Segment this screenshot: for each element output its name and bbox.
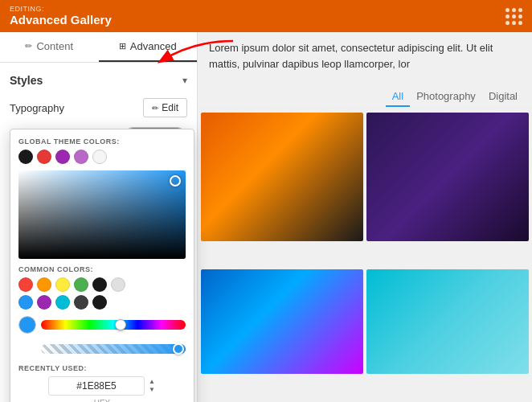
- common-colors-label: COMMON COLORS:: [18, 265, 186, 273]
- swatch-yellow[interactable]: [55, 277, 70, 292]
- color-preview-circle: [18, 316, 36, 334]
- swatch-purple[interactable]: [55, 150, 70, 164]
- app-title: Advanced Gallery: [10, 13, 112, 27]
- app-header: EDITING: Advanced Gallery: [0, 0, 532, 32]
- pencil-icon: ✏: [152, 104, 158, 113]
- tab-advanced[interactable]: ⊞ Advanced: [99, 32, 198, 62]
- hue-slider[interactable]: [41, 320, 186, 330]
- color-gradient-picker[interactable]: [18, 170, 186, 259]
- color-picker-popup: GLOBAL THEME COLORS: COMMON COLORS:: [10, 129, 194, 402]
- opacity-slider[interactable]: [41, 344, 186, 354]
- lorem-text: Lorem ipsum dolor sit amet, consectetur …: [198, 32, 532, 80]
- hex-input-row: ▲ ▼: [18, 376, 186, 396]
- swatch-green[interactable]: [74, 277, 88, 292]
- gallery-item-4[interactable]: [366, 269, 529, 374]
- opacity-slider-row: [18, 340, 186, 358]
- hue-thumb[interactable]: [115, 319, 126, 330]
- swatch-light-purple[interactable]: [74, 150, 88, 164]
- swatch-blue[interactable]: [18, 295, 33, 310]
- swatch-darkgrey[interactable]: [74, 295, 88, 310]
- styles-title: Styles: [10, 74, 43, 87]
- hex-stepper[interactable]: ▲ ▼: [148, 378, 156, 394]
- gallery-item-3[interactable]: [201, 269, 363, 374]
- hex-down-arrow[interactable]: ▼: [148, 386, 156, 394]
- chevron-down-icon[interactable]: ▾: [182, 75, 187, 86]
- styles-section-header: Styles ▾: [10, 74, 187, 87]
- gallery-item-1[interactable]: [201, 113, 363, 241]
- main-layout: ✏ Content ⊞ Advanced Styles ▾ Typography: [0, 32, 532, 402]
- opacity-thumb[interactable]: [173, 343, 184, 355]
- advanced-tab-icon: ⊞: [119, 41, 126, 51]
- swatch-teal[interactable]: [55, 295, 70, 310]
- grid-dots-icon[interactable]: [505, 8, 522, 25]
- global-theme-swatches: [18, 150, 186, 164]
- gallery-grid: [198, 109, 532, 402]
- hex-label: HEX: [18, 399, 186, 402]
- swatch-grey[interactable]: [111, 277, 125, 292]
- swatch-orange[interactable]: [37, 277, 51, 292]
- tab-content[interactable]: ✏ Content: [0, 32, 99, 62]
- gradient-thumb[interactable]: [170, 175, 181, 187]
- global-theme-colors-label: GLOBAL THEME COLORS:: [18, 137, 186, 146]
- main-content: Lorem ipsum dolor sit amet, consectetur …: [198, 32, 532, 402]
- swatch-black[interactable]: [18, 150, 33, 164]
- common-swatches: [18, 277, 186, 292]
- gallery-filter-tabs: All Photography Digital: [198, 80, 532, 109]
- gallery-tab-digital[interactable]: Digital: [482, 87, 524, 107]
- editing-label: EDITING:: [10, 5, 112, 13]
- swatch-red[interactable]: [37, 150, 51, 164]
- swatch-black2[interactable]: [92, 277, 107, 292]
- gallery-tab-photography[interactable]: Photography: [410, 87, 482, 107]
- typography-label: Typography: [10, 102, 64, 114]
- typography-edit-button[interactable]: ✏ Edit: [143, 98, 187, 117]
- content-tab-icon: ✏: [25, 41, 32, 51]
- common-swatches-row2: [18, 295, 186, 310]
- hex-input[interactable]: [48, 376, 145, 396]
- hex-up-arrow[interactable]: ▲: [148, 378, 156, 386]
- swatch-black3[interactable]: [92, 295, 107, 310]
- swatch-white[interactable]: [92, 150, 107, 164]
- hue-slider-row: [18, 316, 186, 334]
- recently-used-label: RECENTLY USED:: [18, 364, 186, 372]
- swatch-purple2[interactable]: [37, 295, 51, 310]
- gallery-item-2[interactable]: [366, 113, 529, 241]
- sidebar-tabs: ✏ Content ⊞ Advanced: [0, 32, 197, 63]
- sidebar: ✏ Content ⊞ Advanced Styles ▾ Typography: [0, 32, 198, 402]
- swatch-red2[interactable]: [18, 277, 33, 292]
- gallery-tab-all[interactable]: All: [386, 87, 410, 107]
- typography-row: Typography ✏ Edit: [10, 98, 187, 117]
